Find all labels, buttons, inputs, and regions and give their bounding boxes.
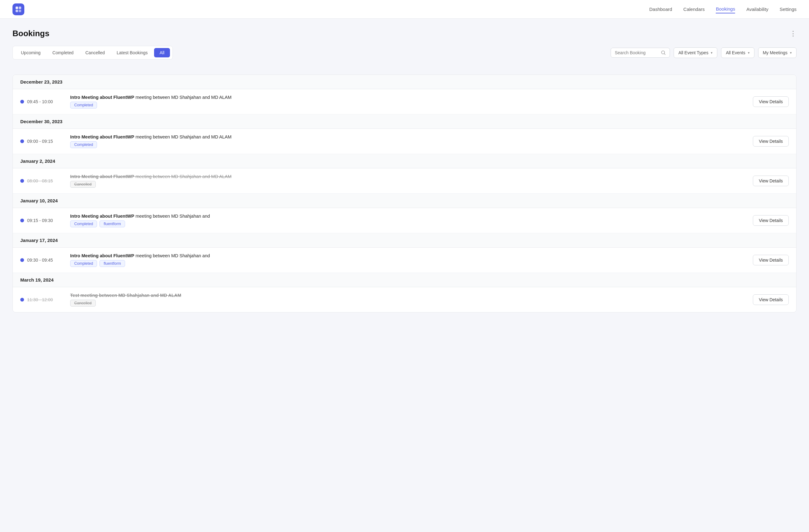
svg-rect-2 bbox=[16, 10, 18, 12]
table-row: 09:30 - 09:45 Intro Meeting about Fluent… bbox=[13, 247, 796, 273]
svg-rect-1 bbox=[19, 6, 21, 9]
table-row: 08:00 - 08:15 Intro Meeting about Fluent… bbox=[13, 168, 796, 194]
table-row: 09:15 - 09:30 Intro Meeting about Fluent… bbox=[13, 208, 796, 233]
badges: Cancelled bbox=[70, 181, 746, 188]
search-icon bbox=[661, 50, 666, 55]
logo bbox=[13, 3, 24, 15]
booking-title: Test meeting between MD Shahjahan and MD… bbox=[70, 293, 746, 298]
view-details-button[interactable]: View Details bbox=[753, 175, 789, 186]
view-details-button[interactable]: View Details bbox=[753, 294, 789, 305]
table-row: 09:45 - 10:00 Intro Meeting about Fluent… bbox=[13, 89, 796, 115]
tab-completed[interactable]: Completed bbox=[47, 48, 79, 57]
svg-line-5 bbox=[664, 54, 665, 55]
badges: Cancelled bbox=[70, 300, 746, 307]
booking-time: 09:15 - 09:30 bbox=[27, 218, 53, 223]
dropdown-events[interactable]: All Events ▾ bbox=[721, 47, 754, 58]
booking-time: 09:30 - 09:45 bbox=[27, 258, 53, 262]
status-dot bbox=[20, 139, 24, 143]
status-dot bbox=[20, 298, 24, 302]
chevron-down-icon: ▾ bbox=[790, 51, 792, 55]
nav-links: Dashboard Calendars Bookings Availabilit… bbox=[649, 5, 796, 13]
status-badge: Completed bbox=[70, 260, 97, 267]
booking-info: Intro Meeting about FluentWP meeting bet… bbox=[70, 134, 746, 148]
date-group-header: January 17, 2024 bbox=[13, 233, 796, 247]
booking-info: Intro Meeting about FluentWP meeting bet… bbox=[70, 213, 746, 227]
booking-title: Intro Meeting about FluentWP meeting bet… bbox=[70, 253, 746, 258]
badges: Completed fluentform bbox=[70, 260, 746, 267]
top-navigation: Dashboard Calendars Bookings Availabilit… bbox=[0, 0, 809, 19]
tab-latest[interactable]: Latest Bookings bbox=[111, 48, 153, 57]
time-dot-col: 11:30 - 12:00 bbox=[20, 297, 64, 302]
tab-upcoming[interactable]: Upcoming bbox=[15, 48, 46, 57]
status-badge: Cancelled bbox=[70, 300, 96, 307]
booking-title: Intro Meeting about FluentWP meeting bet… bbox=[70, 213, 746, 219]
view-details-button[interactable]: View Details bbox=[753, 255, 789, 265]
status-badge: Completed bbox=[70, 102, 97, 108]
time-dot-col: 09:45 - 10:00 bbox=[20, 99, 64, 104]
status-badge: Cancelled bbox=[70, 181, 96, 188]
time-dot-col: 09:00 - 09:15 bbox=[20, 139, 64, 144]
booking-title: Intro Meeting about FluentWP meeting bet… bbox=[70, 95, 746, 100]
time-dot-col: 08:00 - 08:15 bbox=[20, 178, 64, 183]
nav-dashboard[interactable]: Dashboard bbox=[649, 5, 672, 13]
booking-info: Intro Meeting about FluentWP meeting bet… bbox=[70, 253, 746, 267]
search-box bbox=[610, 48, 670, 58]
status-dot bbox=[20, 258, 24, 262]
tab-all[interactable]: All bbox=[154, 48, 170, 57]
nav-bookings[interactable]: Bookings bbox=[716, 5, 735, 13]
date-group-header: January 10, 2024 bbox=[13, 194, 796, 208]
badges: Completed bbox=[70, 102, 746, 108]
page-title: Bookings bbox=[13, 29, 49, 38]
tab-cancelled[interactable]: Cancelled bbox=[80, 48, 110, 57]
date-group-header: January 2, 2024 bbox=[13, 154, 796, 168]
nav-calendars[interactable]: Calendars bbox=[683, 5, 705, 13]
bookings-list: December 23, 2023 09:45 - 10:00 Intro Me… bbox=[13, 74, 796, 312]
view-details-button[interactable]: View Details bbox=[753, 136, 789, 147]
logo-icon bbox=[13, 3, 24, 15]
svg-rect-0 bbox=[16, 6, 18, 9]
status-badge: Completed bbox=[70, 221, 97, 227]
controls-bar: All Event Types ▾ All Events ▾ My Meetin… bbox=[610, 47, 796, 58]
booking-info: Test meeting between MD Shahjahan and MD… bbox=[70, 293, 746, 307]
status-dot bbox=[20, 179, 24, 183]
chevron-down-icon: ▾ bbox=[748, 51, 750, 55]
table-row: 11:30 - 12:00 Test meeting between MD Sh… bbox=[13, 287, 796, 312]
booking-title: Intro Meeting about FluentWP meeting bet… bbox=[70, 174, 746, 179]
view-details-button[interactable]: View Details bbox=[753, 215, 789, 226]
dropdown-event-types[interactable]: All Event Types ▾ bbox=[674, 47, 717, 58]
booking-info: Intro Meeting about FluentWP meeting bet… bbox=[70, 95, 746, 108]
chevron-down-icon: ▾ bbox=[711, 51, 712, 55]
booking-time: 08:00 - 08:15 bbox=[27, 178, 53, 183]
view-details-button[interactable]: View Details bbox=[753, 96, 789, 107]
status-dot bbox=[20, 219, 24, 222]
status-badge: Completed bbox=[70, 141, 97, 148]
date-group-header: December 23, 2023 bbox=[13, 75, 796, 89]
fluentform-badge: fluentform bbox=[100, 221, 125, 227]
booking-title: Intro Meeting about FluentWP meeting bet… bbox=[70, 134, 746, 139]
svg-rect-3 bbox=[19, 10, 21, 12]
time-dot-col: 09:30 - 09:45 bbox=[20, 258, 64, 262]
booking-time: 09:00 - 09:15 bbox=[27, 139, 53, 144]
status-dot bbox=[20, 100, 24, 104]
fluentform-badge: fluentform bbox=[100, 260, 125, 267]
date-group-header: December 30, 2023 bbox=[13, 115, 796, 129]
nav-availability[interactable]: Availability bbox=[746, 5, 769, 13]
filter-tabs: Upcoming Completed Cancelled Latest Book… bbox=[13, 46, 173, 59]
dropdown-meetings[interactable]: My Meetings ▾ bbox=[758, 47, 796, 58]
search-input[interactable] bbox=[615, 50, 658, 55]
booking-time: 11:30 - 12:00 bbox=[27, 297, 53, 302]
booking-time: 09:45 - 10:00 bbox=[27, 99, 53, 104]
more-icon[interactable]: ⋮ bbox=[790, 30, 796, 38]
date-group-header: March 19, 2024 bbox=[13, 273, 796, 287]
time-dot-col: 09:15 - 09:30 bbox=[20, 218, 64, 223]
badges: Completed bbox=[70, 141, 746, 148]
booking-info: Intro Meeting about FluentWP meeting bet… bbox=[70, 174, 746, 188]
nav-settings[interactable]: Settings bbox=[780, 5, 796, 13]
page-header: Bookings ⋮ bbox=[13, 29, 796, 38]
table-row: 09:00 - 09:15 Intro Meeting about Fluent… bbox=[13, 129, 796, 154]
badges: Completed fluentform bbox=[70, 221, 746, 227]
